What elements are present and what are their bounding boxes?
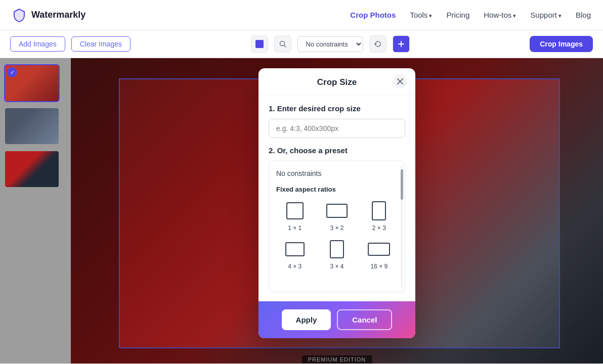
search-icon — [279, 40, 286, 48]
nav-support[interactable]: Support — [530, 11, 562, 19]
preset-grid: 1 × 1 3 × 2 — [276, 200, 398, 270]
preset-1x1[interactable]: 1 × 1 — [276, 200, 313, 232]
section1-title: 1. Enter desired crop size — [269, 104, 405, 113]
preset-box: No constraints Fixed aspect ratios 1 × 1 — [269, 161, 405, 292]
close-icon — [397, 78, 403, 84]
nav-tools[interactable]: Tools — [410, 11, 432, 19]
image-canvas: Crop Size 1. Enter desired crop size 2. … — [71, 58, 603, 363]
main-area: ✓ Crop Size — [0, 58, 603, 363]
preset-scroll[interactable]: No constraints Fixed aspect ratios 1 × 1 — [269, 161, 405, 292]
constraints-select[interactable]: No constraints — [297, 36, 363, 52]
fixed-aspect-ratios-title: Fixed aspect ratios — [276, 186, 398, 193]
preset-4x3[interactable]: 4 × 3 — [276, 239, 313, 270]
action-icon — [398, 40, 405, 48]
modal-close-button[interactable] — [393, 74, 407, 88]
crop-size-input[interactable] — [269, 119, 405, 138]
add-images-button[interactable]: Add Images — [10, 36, 65, 52]
thumbnail-check-icon: ✓ — [7, 67, 17, 77]
nav-crop-photos[interactable]: Crop Photos — [350, 11, 396, 19]
modal-title: Crop Size — [317, 77, 357, 87]
thumbnail-2[interactable] — [4, 107, 60, 145]
toolbar: Add Images Clear Images No constraints C… — [0, 30, 603, 58]
section2-title: 2. Or, choose a preset — [269, 146, 405, 155]
modal-body: 1. Enter desired crop size 2. Or, choose… — [259, 95, 415, 301]
landscape3-shape-icon — [368, 243, 390, 256]
portrait-shape-icon — [372, 201, 386, 220]
preset-3x2-label: 3 × 2 — [330, 224, 343, 232]
svg-line-1 — [284, 46, 286, 48]
nav-pricing[interactable]: Pricing — [446, 11, 469, 19]
preset-16x9[interactable]: 16 × 9 — [361, 239, 398, 270]
preset-2x3-label: 2 × 3 — [372, 224, 386, 232]
crop-size-modal: Crop Size 1. Enter desired crop size 2. … — [259, 68, 415, 338]
thumbnail-3[interactable] — [4, 150, 60, 188]
portrait2-shape-icon — [330, 240, 344, 258]
color-picker-button[interactable] — [251, 35, 268, 53]
scrollbar-track — [401, 165, 403, 288]
preset-3x4[interactable]: 3 × 4 — [318, 239, 355, 270]
image-sidebar: ✓ — [0, 58, 71, 363]
preset-3x2[interactable]: 3 × 2 — [318, 200, 355, 232]
action-button[interactable] — [393, 35, 410, 53]
preset-16x9-label: 16 × 9 — [370, 263, 387, 270]
cancel-button[interactable]: Cancel — [337, 309, 392, 330]
square-shape-icon — [286, 202, 304, 219]
landscape-shape-icon — [326, 204, 348, 218]
logo-area: Watermarkly — [12, 8, 85, 22]
landscape2-shape-icon — [285, 242, 305, 256]
main-nav: Crop Photos Tools Pricing How-tos Suppor… — [350, 11, 591, 19]
nav-how-tos[interactable]: How-tos — [484, 11, 516, 19]
preset-1x1-label: 1 × 1 — [288, 224, 302, 232]
modal-header: Crop Size — [259, 68, 415, 95]
shield-icon — [12, 8, 26, 22]
rotate-button[interactable] — [369, 35, 386, 53]
modal-footer: Apply Cancel — [259, 301, 415, 338]
thumbnail-1[interactable]: ✓ — [4, 64, 60, 102]
search-button[interactable] — [274, 35, 291, 53]
crop-images-button[interactable]: Crop Images — [530, 36, 593, 52]
modal-overlay: Crop Size 1. Enter desired crop size 2. … — [71, 58, 603, 363]
logo-text: Watermarkly — [31, 10, 85, 20]
apply-button[interactable]: Apply — [282, 309, 331, 330]
color-swatch-icon — [255, 40, 264, 48]
nav-blog[interactable]: Blog — [576, 11, 591, 19]
preset-2x3[interactable]: 2 × 3 — [361, 200, 398, 232]
preset-3x4-label: 3 × 4 — [330, 263, 343, 270]
preset-4x3-label: 4 × 3 — [288, 263, 302, 270]
rotate-icon — [374, 40, 381, 48]
scrollbar-thumb[interactable] — [401, 169, 403, 200]
clear-images-button[interactable]: Clear Images — [71, 36, 131, 52]
no-constraints-option[interactable]: No constraints — [276, 167, 398, 186]
app-header: Watermarkly Crop Photos Tools Pricing Ho… — [0, 0, 603, 30]
